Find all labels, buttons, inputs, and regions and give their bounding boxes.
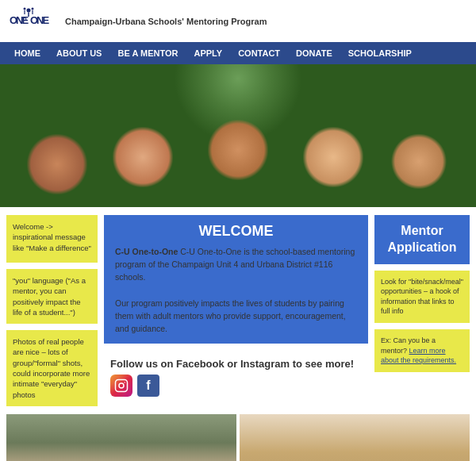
welcome-body-2: Our program positively impacts the lives… (115, 298, 357, 335)
center-welcome: WELCOME C-U One-to-One C-U One-to-One is… (104, 215, 368, 406)
sticky-note-1: Welcome -> inspirational message like "M… (6, 215, 98, 263)
social-icons: f (110, 375, 362, 397)
event-photo (240, 414, 470, 461)
sticky-note-2: "you" language ("As a mentor, you can po… (6, 269, 98, 324)
facebook-icon[interactable]: f (137, 375, 159, 397)
mentor-app-heading: Mentor Application (382, 223, 462, 256)
nav-donate[interactable]: DONATE (288, 42, 340, 64)
welcome-box: WELCOME C-U One-to-One C-U One-to-One is… (104, 215, 368, 344)
main-nav: HOME ABOUT US BE A MENTOR APPLY CONTACT … (0, 42, 476, 64)
mentor-application-box[interactable]: Mentor Application (374, 215, 470, 264)
hero-faces (0, 64, 476, 207)
right-column: Mentor Application Look for "bite/snack/… (374, 215, 470, 406)
main-content: Welcome -> inspirational message like "M… (0, 207, 476, 461)
social-heading: Follow us on Facebook or Instagram to se… (110, 358, 362, 370)
nav-about[interactable]: ABOUT US (48, 42, 109, 64)
hero-image (0, 64, 476, 207)
svg-point-6 (32, 8, 34, 10)
nav-scholarship[interactable]: SCHOLARSHIP (340, 42, 420, 64)
requirements-note: Ex: Can you be a mentor? Learn more abou… (374, 329, 470, 372)
header-tagline: Champaign-Urbana Schools' Mentoring Prog… (65, 17, 267, 26)
svg-point-11 (124, 382, 125, 383)
svg-text:ONE: ONE (30, 14, 50, 26)
content-row: Welcome -> inspirational message like "M… (0, 207, 476, 414)
sticky-note-3: Photos of real people are nice – lots of… (6, 330, 98, 406)
nav-be-mentor[interactable]: BE A MENTOR (109, 42, 186, 64)
logo-icon: ONE to ONE (10, 6, 57, 36)
nav-home[interactable]: HOME (6, 42, 48, 64)
nav-apply[interactable]: APPLY (186, 42, 230, 64)
snack-note: Look for "bite/snack/meal" opportunities… (374, 271, 470, 323)
social-section: Follow us on Facebook or Instagram to se… (104, 352, 368, 406)
svg-point-10 (119, 383, 124, 388)
instagram-icon[interactable] (110, 375, 132, 397)
svg-rect-9 (116, 379, 128, 391)
site-header: ONE to ONE Champaign-Urbana Schools' Men… (0, 0, 476, 42)
svg-point-3 (27, 9, 31, 13)
bottom-photos (0, 414, 476, 461)
crowd-photo (6, 414, 236, 461)
svg-text:ONE: ONE (10, 14, 29, 26)
logo-area: ONE to ONE (10, 6, 57, 36)
welcome-heading: WELCOME (115, 223, 357, 240)
nav-contact[interactable]: CONTACT (230, 42, 288, 64)
left-sticky-column: Welcome -> inspirational message like "M… (6, 215, 98, 406)
welcome-body-1: C-U One-to-One C-U One-to-One is the sch… (115, 246, 357, 283)
svg-point-5 (24, 8, 26, 10)
